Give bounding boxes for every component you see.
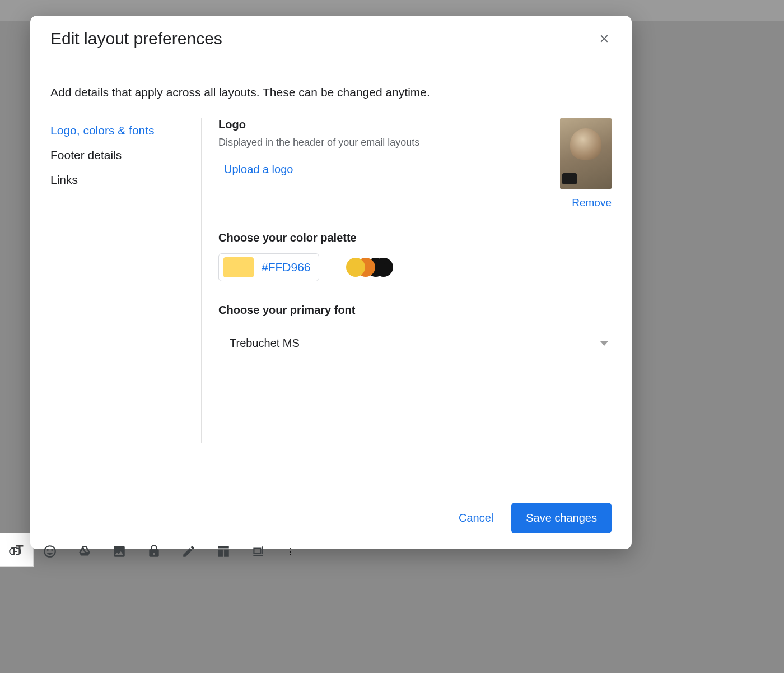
link-icon[interactable] (8, 544, 22, 559)
palette-section: Choose your color palette #FFD966 (218, 231, 612, 281)
image-icon[interactable] (112, 544, 127, 559)
logo-thumbnail (560, 118, 612, 189)
sidebar-item-footer-details[interactable]: Footer details (50, 143, 194, 168)
edit-layout-preferences-dialog: Edit layout preferences Add details that… (30, 16, 632, 549)
dialog-title: Edit layout preferences (50, 29, 222, 48)
lock-time-icon[interactable] (147, 544, 161, 559)
color-picker-button[interactable]: #FFD966 (218, 253, 319, 281)
upload-logo-button[interactable]: Upload a logo (218, 161, 298, 178)
palette-preview-cluster (346, 257, 393, 278)
more-icon[interactable]: ⋮ (286, 546, 295, 557)
palette-heading: Choose your color palette (218, 231, 612, 244)
layout-icon[interactable] (216, 544, 231, 559)
dialog-body: Add details that apply across all layout… (30, 62, 632, 489)
cancel-button[interactable]: Cancel (459, 512, 493, 525)
font-section: Choose your primary font Trebuchet MS (218, 304, 612, 358)
font-dropdown[interactable]: Trebuchet MS (218, 329, 612, 358)
color-hex-value: #FFD966 (262, 261, 311, 274)
palette-dot-1 (346, 258, 365, 277)
dialog-footer: Cancel Save changes (30, 489, 632, 549)
font-selected-label: Trebuchet MS (230, 337, 300, 350)
close-icon (598, 33, 610, 45)
font-heading: Choose your primary font (218, 304, 612, 317)
emoji-icon[interactable] (43, 544, 57, 559)
color-swatch (223, 257, 254, 277)
dialog-intro: Add details that apply across all layout… (50, 86, 612, 99)
remove-logo-button[interactable]: Remove (572, 197, 612, 209)
sidebar-item-label: Links (50, 173, 78, 186)
chevron-down-icon (600, 341, 608, 346)
preferences-sidebar: Logo, colors & fonts Footer details Link… (50, 118, 202, 443)
sidebar-item-label: Footer details (50, 148, 122, 161)
sidebar-item-links[interactable]: Links (50, 168, 194, 192)
window-icon[interactable] (251, 544, 265, 559)
pen-icon[interactable] (181, 544, 196, 559)
sidebar-item-logo-colors-fonts[interactable]: Logo, colors & fonts (50, 118, 194, 143)
logo-subtext: Displayed in the header of your email la… (218, 137, 419, 148)
drive-icon[interactable] (77, 544, 92, 559)
logo-heading: Logo (218, 118, 419, 131)
close-button[interactable] (597, 31, 612, 46)
dialog-header: Edit layout preferences (30, 16, 632, 62)
sidebar-item-label: Logo, colors & fonts (50, 124, 155, 137)
hidden-compose-toolbar: ⋮ (8, 544, 295, 559)
preferences-content: Logo Displayed in the header of your ema… (216, 118, 612, 443)
logo-section: Logo Displayed in the header of your ema… (218, 118, 612, 209)
save-changes-button[interactable]: Save changes (511, 503, 612, 533)
